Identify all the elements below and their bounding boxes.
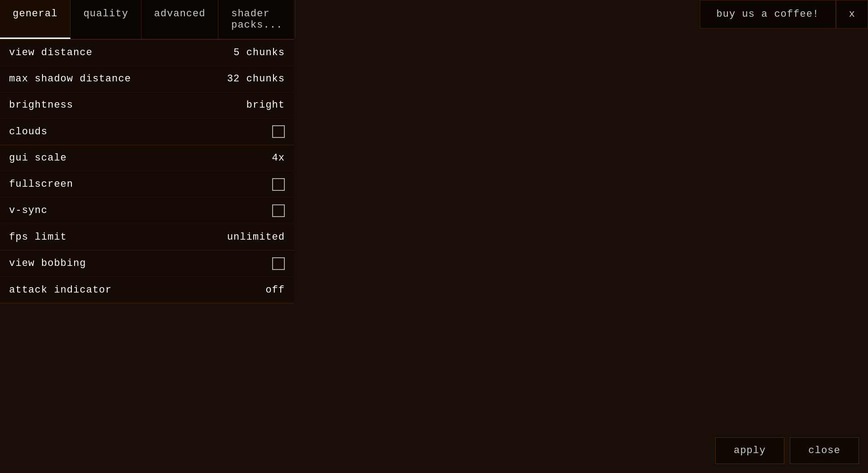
close-button[interactable]: close bbox=[790, 437, 859, 464]
attack-indicator-label: attack indicator bbox=[9, 284, 112, 296]
settings-panel: general quality advanced shader packs...… bbox=[0, 0, 294, 303]
fps-limit-value: unlimited bbox=[227, 232, 285, 243]
tab-general[interactable]: general bbox=[0, 0, 71, 39]
v-sync-checkbox[interactable] bbox=[272, 204, 285, 217]
gameplay-section: view bobbing attack indicator off bbox=[0, 251, 294, 303]
brightness-label: brightness bbox=[9, 99, 73, 111]
view-bobbing-checkbox[interactable] bbox=[272, 257, 285, 270]
attack-indicator-value: off bbox=[265, 284, 285, 296]
v-sync-label: v-sync bbox=[9, 205, 47, 216]
fullscreen-row[interactable]: fullscreen bbox=[0, 171, 294, 198]
brightness-value: bright bbox=[246, 99, 285, 111]
max-shadow-distance-row[interactable]: max shadow distance 32 chunks bbox=[0, 66, 294, 92]
gui-scale-row[interactable]: gui scale 4x bbox=[0, 145, 294, 171]
apply-button[interactable]: apply bbox=[715, 437, 784, 464]
attack-indicator-row[interactable]: attack indicator off bbox=[0, 277, 294, 303]
fullscreen-checkbox[interactable] bbox=[272, 178, 285, 191]
clouds-checkbox[interactable] bbox=[272, 125, 285, 138]
gui-scale-label: gui scale bbox=[9, 152, 67, 164]
tab-quality[interactable]: quality bbox=[71, 0, 141, 39]
bottom-buttons: apply close bbox=[715, 437, 859, 464]
tab-shader-packs[interactable]: shader packs... bbox=[218, 0, 296, 39]
fps-limit-row[interactable]: fps limit unlimited bbox=[0, 224, 294, 250]
view-bobbing-row[interactable]: view bobbing bbox=[0, 251, 294, 277]
clouds-row[interactable]: clouds bbox=[0, 118, 294, 145]
top-right-buttons: buy us a coffee! x bbox=[700, 0, 868, 28]
gui-scale-value: 4x bbox=[272, 152, 285, 164]
max-shadow-distance-value: 32 chunks bbox=[227, 73, 285, 85]
buy-coffee-button[interactable]: buy us a coffee! bbox=[700, 0, 836, 28]
view-distance-row[interactable]: view distance 5 chunks bbox=[0, 40, 294, 66]
view-distance-value: 5 chunks bbox=[233, 47, 285, 58]
fps-limit-label: fps limit bbox=[9, 232, 67, 243]
clouds-label: clouds bbox=[9, 126, 47, 137]
screen-section: gui scale 4x fullscreen v-sync fps limit… bbox=[0, 145, 294, 251]
display-section: view distance 5 chunks max shadow distan… bbox=[0, 40, 294, 145]
tab-bar: general quality advanced shader packs... bbox=[0, 0, 294, 40]
v-sync-row[interactable]: v-sync bbox=[0, 198, 294, 224]
max-shadow-distance-label: max shadow distance bbox=[9, 73, 131, 85]
brightness-row[interactable]: brightness bright bbox=[0, 92, 294, 118]
tab-advanced[interactable]: advanced bbox=[142, 0, 219, 39]
fullscreen-label: fullscreen bbox=[9, 179, 73, 190]
view-bobbing-label: view bobbing bbox=[9, 258, 86, 269]
close-x-button[interactable]: x bbox=[836, 0, 868, 28]
view-distance-label: view distance bbox=[9, 47, 93, 58]
